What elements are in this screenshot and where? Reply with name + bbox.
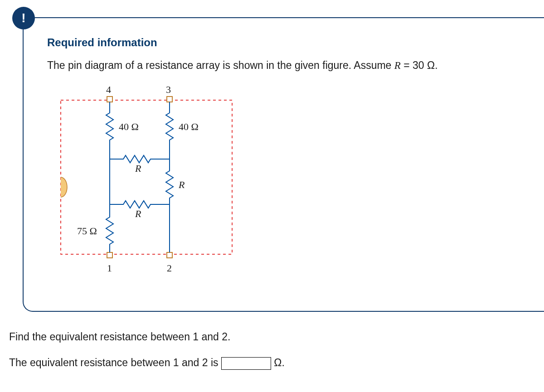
svg-rect-3 xyxy=(107,252,112,258)
pin-4-label: 4 xyxy=(106,84,111,96)
answer-line: The equivalent resistance between 1 and … xyxy=(9,357,526,370)
pin-2-label: 2 xyxy=(167,262,172,274)
resistor-ra-label: R xyxy=(135,163,141,174)
answer-unit: Ω. xyxy=(274,357,285,368)
prompt-var: R xyxy=(394,60,401,71)
pin-1-label: 1 xyxy=(107,262,112,274)
circuit-figure: 4 3 1 2 40 Ω 40 Ω R R R 75 Ω xyxy=(52,82,242,277)
pin-3-label: 3 xyxy=(166,84,171,96)
resistor-rc-label: R xyxy=(135,208,141,220)
required-info-box: ! Required information The pin diagram o… xyxy=(23,17,544,312)
resistor-40b-label: 40 Ω xyxy=(179,121,199,133)
alert-badge: ! xyxy=(12,7,35,29)
resistor-rb-label: R xyxy=(179,179,185,191)
question-text: Find the equivalent resistance between 1… xyxy=(9,331,526,343)
svg-rect-1 xyxy=(107,97,112,102)
answer-input[interactable] xyxy=(221,357,271,370)
question-block: Find the equivalent resistance between 1… xyxy=(9,331,526,370)
resistor-75-label: 75 Ω xyxy=(77,225,97,237)
required-heading: Required information xyxy=(47,36,526,49)
prompt-prefix: The pin diagram of a resistance array is… xyxy=(47,59,394,71)
svg-rect-4 xyxy=(167,252,172,258)
resistor-40a-label: 40 Ω xyxy=(119,121,139,133)
svg-rect-2 xyxy=(167,97,172,102)
prompt-text: The pin diagram of a resistance array is… xyxy=(47,58,526,73)
answer-prefix: The equivalent resistance between 1 and … xyxy=(9,357,221,368)
circuit-svg xyxy=(52,82,242,277)
prompt-eq: = 30 Ω. xyxy=(401,59,438,71)
